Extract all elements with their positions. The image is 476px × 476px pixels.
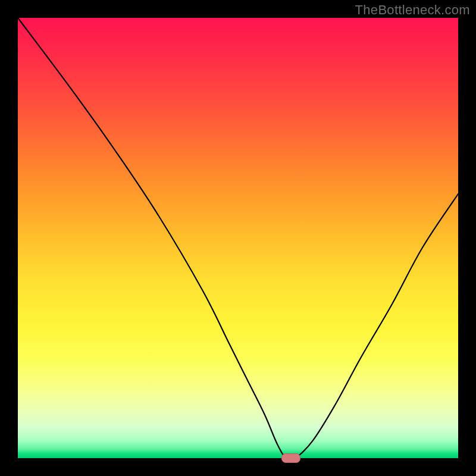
operating-point-marker xyxy=(281,453,300,463)
bottleneck-curve xyxy=(18,18,458,458)
watermark-text: TheBottleneck.com xyxy=(355,2,470,18)
plot-area xyxy=(18,18,458,458)
chart-frame: TheBottleneck.com xyxy=(0,0,476,476)
